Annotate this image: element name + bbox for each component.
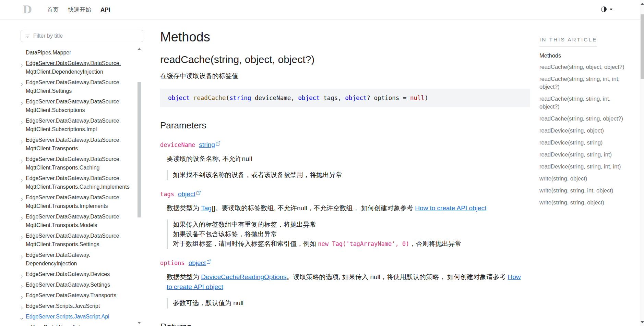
sidebar-item[interactable]: EdgeServer.​DataGateway.​Devices: [21, 269, 134, 279]
method-summary: 在缓存中读取设备的标签值: [160, 72, 530, 80]
sidebar-item[interactable]: EdgeServer.​DataGateway.​Settings: [21, 279, 134, 290]
sidebar-item[interactable]: EdgeServer.​DataGateway.​DataSource.​Mqt…: [21, 77, 134, 96]
toc-item[interactable]: write(string, object): [539, 175, 630, 183]
code-token: string: [229, 95, 251, 101]
param-type-link[interactable]: object: [178, 190, 201, 198]
window-scrollbar[interactable]: [640, 0, 644, 326]
sidebar-item[interactable]: EdgeServer.​DataGateway.​Transports: [21, 290, 134, 301]
nav-link-快速开始[interactable]: 快速开始: [68, 6, 91, 14]
content-link[interactable]: How to create API object: [415, 204, 486, 212]
parameters-heading: Parameters: [160, 120, 530, 131]
code-token: object: [345, 95, 367, 101]
sidebar-item-label: EdgeServer.​DataGateway.​Settings: [26, 282, 110, 288]
content-link[interactable]: DeviceCacheReadingOptions: [201, 273, 286, 280]
parameter-block: deviceNamestring要读取的设备名称, 不允许null如果找不到该名…: [160, 141, 530, 180]
toc-item[interactable]: write(string, string, object): [539, 199, 630, 206]
sidebar-item[interactable]: EdgeServer.​DataGateway.​DataSource.​Mqt…: [21, 58, 134, 77]
window-scrollbar-thumb[interactable]: [641, 14, 644, 79]
note-line: 如果设备不包含该标签，将抛出异常: [173, 229, 530, 239]
method-title: readCache(string, object, object?): [160, 54, 530, 65]
chevron-right-icon[interactable]: [20, 61, 24, 70]
chevron-down-icon: [610, 9, 612, 10]
sidebar-item[interactable]: EdgeServer.​Scripts.​JavaScript: [21, 301, 134, 311]
sidebar-item[interactable]: EdgeServer.​DataGateway.​DataSource.​Mqt…: [21, 192, 134, 211]
sidebar-item-label: EdgeServer.​DataGateway.​DataSource.​Mqt…: [26, 79, 121, 94]
scroll-up-arrow-icon[interactable]: [138, 48, 141, 50]
filter-input[interactable]: [21, 30, 143, 42]
chevron-right-icon[interactable]: [20, 234, 24, 242]
toc-item[interactable]: readCache(string, string, object?): [539, 115, 630, 123]
code-token: tags,: [320, 95, 345, 101]
toc-item[interactable]: readDevice(string, object): [539, 127, 630, 135]
scroll-down-arrow-icon[interactable]: [138, 322, 141, 324]
sidebar-scrollbar[interactable]: [137, 44, 141, 326]
param-type-link[interactable]: string: [199, 141, 220, 149]
content-link[interactable]: Tag: [201, 204, 212, 212]
sidebar-item[interactable]: EdgeServer.​DataGateway.​DataSource.​Mqt…: [21, 115, 134, 135]
toc-section-methods[interactable]: Methods: [539, 52, 630, 59]
toc-item[interactable]: readCache(string, string, int, int, obje…: [539, 75, 630, 91]
note-line: 对于数组标签，请同时传入标签名和索引值，例如 new Tag('tagArray…: [173, 239, 530, 249]
parameter-header: tagsobject: [160, 190, 530, 198]
toc-item[interactable]: readCache(string, string, int, object?): [539, 95, 630, 111]
toc-item[interactable]: write(string, string, int, object): [539, 187, 630, 195]
parameter-name: options: [160, 260, 185, 266]
nav-link-首页[interactable]: 首页: [47, 6, 59, 14]
parameter-note: 如果找不到该名称的设备，或者该设备被禁用，将抛出异常: [167, 170, 530, 180]
nav-links: 首页快速开始API: [47, 6, 110, 14]
sidebar-item-label: EdgeServer.​DataGateway.​DataSource.​Mqt…: [26, 156, 121, 171]
sidebar-item-label: DataPipes.​Mapper: [26, 50, 71, 55]
sidebar-tree: DataPipes.​MapperEdgeServer.​DataGateway…: [21, 47, 134, 326]
code-token: deviceName,: [251, 95, 298, 101]
toc-item[interactable]: readDevice(string, string): [539, 139, 630, 147]
sidebar-item-label: IJavaScriptAlarmApi: [31, 324, 80, 326]
sidebar-item[interactable]: EdgeServer.​DataGateway.​DataSource.​Mqt…: [21, 230, 134, 250]
inline-code: new Tag('tagArrayName', 0): [318, 240, 409, 247]
toc-item[interactable]: readDevice(string, string, int): [539, 151, 630, 159]
chevron-right-icon[interactable]: [20, 99, 24, 108]
chevron-right-icon[interactable]: [20, 80, 24, 89]
sidebar-item[interactable]: DataPipes.​Mapper: [21, 47, 134, 58]
chevron-right-icon[interactable]: [20, 195, 24, 204]
theme-toggle-button[interactable]: [601, 7, 612, 12]
code-token: ): [425, 95, 428, 101]
sidebar-item-label: EdgeServer.​DataGateway.​DataSource.​Mqt…: [26, 175, 130, 190]
chevron-right-icon[interactable]: [20, 214, 24, 223]
theme-half-circle-icon: [601, 7, 607, 12]
chevron-right-icon[interactable]: [20, 138, 24, 146]
sidebar-item[interactable]: EdgeServer.​Scripts.​JavaScript.​Api: [21, 311, 134, 322]
sidebar-item[interactable]: EdgeServer.​DataGateway.​DataSource.​Mqt…: [21, 211, 134, 230]
sidebar-item[interactable]: IJavaScriptAlarmApi: [21, 322, 134, 326]
in-this-article-panel: IN THIS ARTICLE Methods readCache(string…: [539, 20, 644, 326]
sidebar-item[interactable]: EdgeServer.​DataGateway.​DependencyInjec…: [21, 250, 134, 269]
toc-item[interactable]: readDevice(string, string, int, int): [539, 163, 630, 171]
sidebar-scrollbar-thumb[interactable]: [138, 82, 141, 217]
parameter-block: optionsobject数据类型为 DeviceCacheReadingOpt…: [160, 259, 530, 308]
code-token: object: [298, 95, 320, 101]
param-type-link[interactable]: object: [189, 259, 211, 267]
chevron-right-icon[interactable]: [20, 253, 24, 261]
chevron-right-icon[interactable]: [20, 157, 24, 165]
nav-link-API[interactable]: API: [100, 7, 110, 13]
parameter-note: 参数可选，默认值为 null: [167, 298, 530, 308]
sidebar-item[interactable]: EdgeServer.​DataGateway.​DataSource.​Mqt…: [21, 173, 134, 192]
chevron-right-icon[interactable]: [20, 118, 24, 127]
sidebar-item[interactable]: EdgeServer.​DataGateway.​DataSource.​Mqt…: [21, 154, 134, 173]
code-token: (: [226, 95, 230, 101]
sidebar-item-label: EdgeServer.​DataGateway.​DataSource.​Mqt…: [26, 118, 121, 132]
sidebar-item-label: EdgeServer.​DataGateway.​DataSource.​Mqt…: [26, 99, 121, 113]
scroll-up-arrow-icon[interactable]: [641, 3, 644, 5]
sidebar-item[interactable]: EdgeServer.​DataGateway.​DataSource.​Mqt…: [21, 96, 134, 115]
note-line: 如果找不到该名称的设备，或者该设备被禁用，将抛出异常: [173, 170, 530, 180]
chevron-right-icon[interactable]: [20, 176, 24, 185]
parameter-header: deviceNamestring: [160, 141, 530, 149]
scroll-down-arrow-icon[interactable]: [641, 321, 644, 323]
parameter-description: 数据类型为 Tag[]。要读取的标签数组, 不允许null，不允许空数组， 如何…: [167, 203, 524, 213]
parameter-name: tags: [160, 191, 174, 198]
parameter-block: tagsobject数据类型为 Tag[]。要读取的标签数组, 不允许null，…: [160, 190, 530, 249]
site-logo[interactable]: D: [23, 4, 32, 15]
top-navbar: D 首页快速开始API: [0, 0, 644, 20]
sidebar-item-label: EdgeServer.​DataGateway.​DataSource.​Mqt…: [26, 233, 121, 247]
sidebar-item[interactable]: EdgeServer.​DataGateway.​DataSource.​Mqt…: [21, 135, 134, 154]
toc-item[interactable]: readCache(string, object, object?): [539, 63, 630, 71]
